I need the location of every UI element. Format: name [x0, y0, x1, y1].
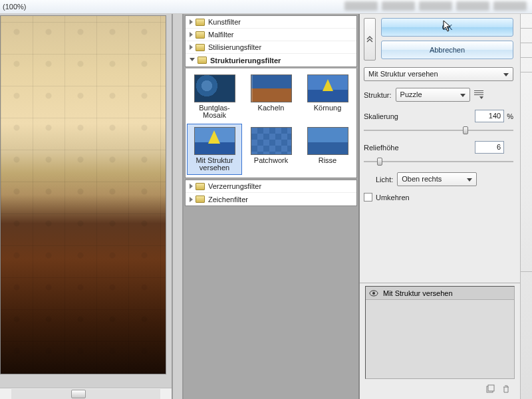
panel-gutter[interactable]	[173, 14, 184, 399]
licht-label: Licht:	[376, 176, 393, 184]
skalierung-input[interactable]: 140	[475, 110, 504, 122]
thumb-mit-struktur[interactable]: Mit Struktur versehen	[187, 124, 242, 175]
folder-icon	[198, 57, 207, 64]
filter-thumbnails: Buntglas-Mosaik Kacheln Körnung Mit Stru…	[185, 68, 357, 178]
title-bar: (100%)	[0, 0, 532, 14]
disclosure-icon	[190, 197, 193, 202]
folder-icon	[196, 183, 205, 190]
tree-label: Stilisierungsfilter	[208, 43, 261, 51]
effect-layer-name: Mit Struktur versehen	[383, 289, 453, 297]
disclosure-icon	[190, 184, 193, 189]
thumb-kacheln[interactable]: Kacheln	[243, 71, 299, 122]
relief-slider[interactable]	[364, 158, 513, 166]
skalierung-label: Skalierung	[364, 112, 398, 120]
skalierung-unit: %	[507, 112, 513, 120]
effect-select[interactable]: Mit Struktur versehen	[364, 67, 513, 81]
folder-icon	[196, 44, 205, 51]
tree-label: Verzerrungsfilter	[208, 182, 261, 190]
skalierung-slider[interactable]	[364, 126, 513, 134]
effect-layer-list[interactable]: Mit Struktur versehen	[365, 286, 515, 379]
tree-label: Kunstfilter	[208, 18, 241, 26]
relief-input[interactable]: 6	[475, 141, 504, 154]
relief-label: Reliefhöhe	[364, 144, 399, 152]
struktur-select[interactable]: Puzzle	[396, 88, 470, 102]
thumb-preview	[307, 127, 348, 155]
disclosure-icon	[190, 19, 193, 25]
folder-icon	[196, 31, 205, 39]
disclosure-icon	[190, 32, 193, 37]
thumb-label: Patchwork	[245, 157, 297, 164]
filter-preview[interactable]	[0, 15, 166, 374]
flyout-menu-icon[interactable]	[474, 90, 483, 99]
visibility-eye-icon[interactable]	[368, 289, 379, 298]
filter-tree-lower: Verzerrungsfilter Zeichenfilter	[185, 180, 357, 206]
tree-label: Zeichenfilter	[208, 196, 248, 203]
thumb-buntglas[interactable]: Buntglas-Mosaik	[187, 71, 242, 122]
licht-select[interactable]: Oben rechts	[397, 172, 477, 186]
ok-label: OK	[442, 23, 453, 31]
zoom-label: (100%)	[3, 3, 26, 11]
umkehren-checkbox[interactable]	[364, 193, 372, 201]
licht-value: Oben rechts	[402, 175, 442, 183]
thumb-preview	[307, 74, 348, 102]
ok-button[interactable]: OK	[381, 18, 513, 37]
options-panel: OK Abbrechen Mit Struktur versehen Struk…	[360, 14, 520, 399]
window-right-edge	[520, 14, 532, 399]
struktur-value: Puzzle	[400, 90, 422, 98]
thumb-label: Risse	[302, 157, 353, 164]
tree-item-strukturierungsfilter[interactable]: Strukturierungsfilter	[186, 54, 356, 66]
disclosure-open-icon	[190, 58, 195, 64]
effect-select-value: Mit Struktur versehen	[368, 70, 438, 78]
thumb-preview	[251, 127, 292, 155]
tree-label: Strukturierungsfilter	[210, 57, 281, 65]
struktur-label: Struktur:	[364, 91, 392, 99]
chevron-up-double-icon	[366, 36, 373, 43]
thumb-patchwork[interactable]: Patchwork	[243, 124, 299, 175]
collapse-options-button[interactable]	[364, 18, 376, 61]
preview-scrollbar-h[interactable]	[0, 388, 172, 399]
tree-item-zeichenfilter[interactable]: Zeichenfilter	[186, 193, 356, 205]
folder-icon	[196, 196, 205, 203]
preview-panel	[0, 14, 173, 399]
thumb-label: Körnung	[302, 104, 353, 112]
disclosure-icon	[190, 45, 193, 50]
thumb-preview	[194, 127, 235, 155]
thumb-preview	[194, 74, 235, 102]
thumb-koernung[interactable]: Körnung	[300, 71, 355, 122]
filter-tree: Kunstfilter Malfilter Stilisierungsfilte…	[185, 15, 357, 67]
filter-gallery-panel: Kunstfilter Malfilter Stilisierungsfilte…	[184, 14, 360, 399]
thumb-label: Kacheln	[245, 104, 297, 112]
umkehren-label: Umkehren	[376, 194, 410, 201]
new-effect-layer-icon[interactable]	[485, 384, 495, 394]
thumb-label: Buntglas-Mosaik	[189, 104, 240, 119]
svg-rect-3	[488, 385, 494, 391]
trash-icon[interactable]	[501, 384, 511, 394]
browser-chrome-blur	[344, 1, 527, 11]
tree-item-malfilter[interactable]: Malfilter	[186, 29, 356, 41]
folder-icon	[196, 19, 205, 26]
filter-panel-empty	[184, 206, 358, 399]
effect-layer-row[interactable]: Mit Struktur versehen	[366, 287, 514, 300]
thumb-label: Mit Struktur versehen	[189, 157, 240, 172]
cancel-label: Abbrechen	[430, 46, 465, 54]
tree-label: Malfilter	[208, 31, 234, 39]
thumb-risse[interactable]: Risse	[300, 124, 355, 175]
tree-item-stilisierungsfilter[interactable]: Stilisierungsfilter	[186, 41, 356, 54]
svg-point-1	[372, 292, 375, 295]
thumb-preview	[251, 74, 292, 102]
tree-item-kunstfilter[interactable]: Kunstfilter	[186, 16, 356, 29]
tree-item-verzerrungsfilter[interactable]: Verzerrungsfilter	[186, 180, 356, 193]
cancel-button[interactable]: Abbrechen	[381, 41, 513, 59]
effect-layers-panel: Mit Struktur versehen	[360, 283, 520, 399]
